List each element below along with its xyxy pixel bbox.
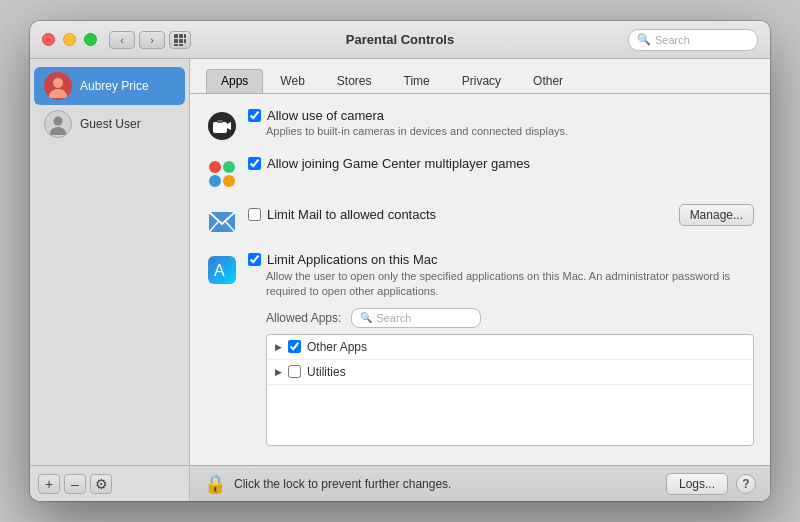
apps-option-label: Limit Applications on this Mac [248, 252, 754, 267]
svg-rect-6 [174, 44, 178, 46]
sidebar-item-guest[interactable]: Guest User [34, 105, 185, 143]
appstore-icon: A [208, 256, 236, 284]
titlebar: ‹ › Parental Controls 🔍 Search [30, 21, 770, 59]
maximize-button[interactable] [84, 33, 97, 46]
mail-option-label: Limit Mail to allowed contacts [248, 207, 669, 222]
search-icon: 🔍 [637, 33, 651, 46]
back-button[interactable]: ‹ [109, 31, 135, 49]
gamecenter-option: Allow joining Game Center multiplayer ga… [206, 156, 754, 190]
gamecenter-option-text: Allow joining Game Center multiplayer ga… [248, 156, 754, 173]
apps-list: ▶ Other Apps ▶ Utilities [266, 334, 754, 446]
sidebar-controls: + – ⚙ [30, 465, 189, 501]
svg-rect-2 [184, 34, 186, 38]
forward-button[interactable]: › [139, 31, 165, 49]
apps-checkbox[interactable] [248, 253, 261, 266]
apps-list-empty-space [267, 385, 753, 445]
mail-option-text: Limit Mail to allowed contacts Manage... [248, 204, 754, 226]
svg-rect-5 [184, 39, 186, 43]
mail-option-title: Limit Mail to allowed contacts [267, 207, 436, 222]
svg-rect-12 [213, 122, 227, 133]
mail-checkbox[interactable] [248, 208, 261, 221]
search-icon: 🔍 [360, 312, 372, 323]
lock-icon[interactable]: 🔒 [204, 473, 226, 495]
sidebar-item-aubrey[interactable]: Aubrey Price [34, 67, 185, 105]
tabs: Apps Web Stores Time Privacy Other [190, 59, 770, 93]
gamecenter-checkbox[interactable] [248, 157, 261, 170]
lock-text: Click the lock to prevent further change… [234, 477, 658, 491]
mail-icon-container [206, 206, 238, 238]
tab-web[interactable]: Web [265, 69, 319, 93]
sidebar: Aubrey Price Guest User + – ⚙ [30, 59, 190, 501]
content-area: Aubrey Price Guest User + – ⚙ [30, 59, 770, 501]
search-placeholder: Search [655, 34, 690, 46]
user-name-aubrey: Aubrey Price [80, 79, 149, 93]
allowed-apps-label: Allowed Apps: [266, 311, 341, 325]
avatar-guest [44, 110, 72, 138]
tab-stores[interactable]: Stores [322, 69, 387, 93]
utilities-checkbox[interactable] [288, 365, 301, 378]
allowed-apps-search[interactable]: 🔍 Search [351, 308, 481, 328]
user-list: Aubrey Price Guest User [30, 59, 189, 465]
expand-icon: ▶ [275, 342, 282, 352]
add-user-button[interactable]: + [38, 474, 60, 494]
camera-option-label: Allow use of camera [248, 108, 754, 123]
utilities-label: Utilities [307, 365, 346, 379]
tab-privacy[interactable]: Privacy [447, 69, 516, 93]
help-button[interactable]: ? [736, 474, 756, 494]
remove-user-button[interactable]: – [64, 474, 86, 494]
tab-time[interactable]: Time [389, 69, 445, 93]
apps-option-title: Limit Applications on this Mac [267, 252, 438, 267]
close-button[interactable] [42, 33, 55, 46]
camera-option-desc: Applies to built-in cameras in devices a… [266, 125, 754, 137]
logs-button[interactable]: Logs... [666, 473, 728, 495]
list-item[interactable]: ▶ Utilities [267, 360, 753, 385]
tab-other[interactable]: Other [518, 69, 578, 93]
svg-rect-14 [217, 120, 223, 123]
user-name-guest: Guest User [80, 117, 141, 131]
other-apps-checkbox[interactable] [288, 340, 301, 353]
mail-icon [208, 208, 236, 236]
camera-option-text: Allow use of camera Applies to built-in … [248, 108, 754, 137]
expand-icon: ▶ [275, 367, 282, 377]
svg-point-8 [53, 78, 63, 88]
allowed-apps-search-placeholder: Search [376, 312, 411, 324]
apps-option: A Limit Applications on this Mac Allow t… [206, 252, 754, 446]
search-bar[interactable]: 🔍 Search [628, 29, 758, 51]
gamecenter-option-title: Allow joining Game Center multiplayer ga… [267, 156, 530, 171]
panel-content: Allow use of camera Applies to built-in … [190, 94, 770, 465]
svg-rect-1 [179, 34, 183, 38]
svg-point-11 [50, 127, 66, 135]
traffic-lights [42, 33, 97, 46]
svg-rect-0 [174, 34, 178, 38]
camera-icon-container [206, 110, 238, 142]
camera-option-title: Allow use of camera [267, 108, 384, 123]
other-apps-label: Other Apps [307, 340, 367, 354]
minimize-button[interactable] [63, 33, 76, 46]
window-title: Parental Controls [346, 32, 454, 47]
tab-apps[interactable]: Apps [206, 69, 263, 93]
gamecenter-icon-container [206, 158, 238, 190]
manage-button[interactable]: Manage... [679, 204, 754, 226]
gamecenter-icon [207, 159, 237, 189]
camera-checkbox[interactable] [248, 109, 261, 122]
apps-option-desc: Allow the user to open only the specifie… [266, 269, 754, 300]
grid-button[interactable] [169, 31, 191, 49]
svg-marker-13 [227, 122, 231, 130]
svg-rect-7 [179, 44, 183, 46]
mail-option: Limit Mail to allowed contacts Manage... [206, 204, 754, 238]
svg-text:A: A [214, 262, 225, 279]
avatar-aubrey [44, 72, 72, 100]
camera-icon [208, 112, 236, 140]
svg-rect-4 [179, 39, 183, 43]
svg-point-9 [49, 89, 67, 98]
settings-button[interactable]: ⚙ [90, 474, 112, 494]
camera-option: Allow use of camera Applies to built-in … [206, 108, 754, 142]
appstore-icon-container: A [206, 254, 238, 286]
main-panel: Apps Web Stores Time Privacy Other [190, 59, 770, 501]
list-item[interactable]: ▶ Other Apps [267, 335, 753, 360]
nav-buttons: ‹ › [109, 31, 165, 49]
main-window: ‹ › Parental Controls 🔍 Search [30, 21, 770, 501]
allowed-apps-header: Allowed Apps: 🔍 Search [248, 308, 754, 328]
svg-rect-3 [174, 39, 178, 43]
svg-point-10 [54, 117, 63, 126]
